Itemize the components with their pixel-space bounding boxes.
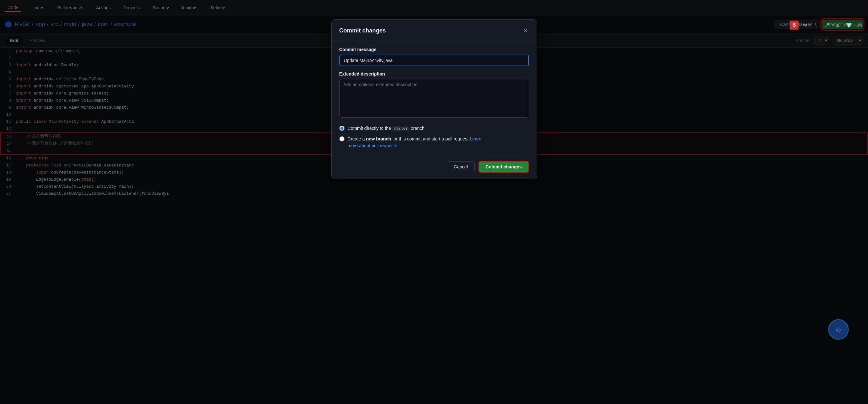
modal-cancel-button[interactable]: Cancel bbox=[447, 161, 475, 172]
extended-desc-label: Extended description bbox=[339, 71, 529, 76]
modal-body: Commit message Extended description Comm… bbox=[332, 40, 537, 156]
commit-changes-modal: Commit changes × Commit message Extended… bbox=[331, 19, 537, 179]
modal-commit-button[interactable]: Commit changes bbox=[478, 161, 529, 173]
ime-s-icon[interactable]: S bbox=[789, 21, 799, 30]
radio-branch[interactable] bbox=[339, 136, 344, 142]
extended-desc-textarea[interactable] bbox=[339, 79, 529, 118]
ime-grid-icon[interactable]: ⊞ bbox=[833, 21, 842, 30]
radio-group: Commit directly to the master branch Cre… bbox=[339, 125, 529, 149]
ime-zh-icon[interactable]: 中 bbox=[801, 21, 809, 30]
modal-header: Commit changes × bbox=[332, 20, 537, 40]
modal-close-button[interactable]: × bbox=[523, 26, 529, 35]
radio-option-branch[interactable]: Create a new branch for this commit and … bbox=[339, 136, 529, 149]
radio-option-direct[interactable]: Commit directly to the master branch bbox=[339, 125, 529, 132]
modal-footer: Cancel Commit changes bbox=[332, 156, 537, 179]
radio-direct[interactable] bbox=[339, 126, 344, 131]
ime-toolbar: S 中 °, 🎤 ⊞ 👕 🎮 bbox=[786, 18, 868, 32]
ime-dots-icon[interactable]: °, bbox=[811, 21, 820, 30]
modal-overlay: Commit changes × Commit message Extended… bbox=[0, 0, 868, 404]
commit-message-input[interactable] bbox=[339, 55, 529, 66]
ime-mic-icon[interactable]: 🎤 bbox=[823, 21, 831, 30]
radio-branch-label: Create a new branch for this commit and … bbox=[348, 136, 482, 149]
commit-message-label: Commit message bbox=[339, 47, 529, 52]
ime-game-icon[interactable]: 🎮 bbox=[855, 21, 864, 30]
radio-direct-label: Commit directly to the master branch bbox=[348, 125, 425, 132]
ime-shirt-icon[interactable]: 👕 bbox=[844, 21, 853, 30]
modal-title: Commit changes bbox=[339, 27, 386, 34]
